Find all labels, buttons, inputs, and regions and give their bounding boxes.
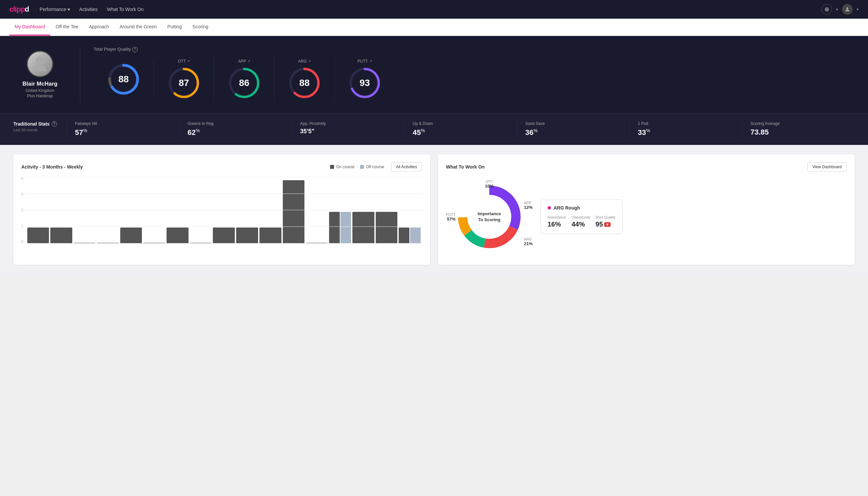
tab-around-the-green[interactable]: Around the Green bbox=[114, 19, 162, 36]
arg-shot-quality-label: Shot Quality bbox=[596, 215, 616, 219]
stats-items: Fairways Hit 57% Greens In Reg 62% App. … bbox=[67, 121, 855, 137]
all-activities-button[interactable]: All Activities bbox=[391, 162, 422, 172]
svg-point-1 bbox=[36, 57, 44, 65]
bar-group-5 bbox=[143, 243, 165, 244]
donut-center-text: ImportanceTo Scoring bbox=[478, 211, 501, 223]
legend-offcourse: Off course bbox=[360, 165, 384, 169]
stat-gir-value: 62% bbox=[188, 128, 292, 137]
bar-oncourse-8 bbox=[213, 228, 235, 244]
y-label-3: 3 bbox=[21, 192, 23, 196]
circle-arg: 88 bbox=[288, 66, 321, 99]
bar-group-10 bbox=[259, 228, 282, 244]
stat-updown: Up & Down 45% bbox=[404, 121, 517, 137]
chart-bars-area bbox=[26, 177, 422, 244]
y-label-2: 2 bbox=[21, 208, 23, 212]
bar-oncourse-7 bbox=[190, 243, 212, 244]
app-label: APP ↗ bbox=[238, 59, 250, 64]
chart-x-labels: 7 Feb 28 Mar 9 May bbox=[21, 246, 422, 251]
nav-activities[interactable]: Activities bbox=[79, 7, 98, 12]
bar-oncourse-13 bbox=[329, 212, 340, 244]
hero-section: Blair McHarg United Kingdom Plus Handica… bbox=[0, 36, 868, 113]
bars-container bbox=[26, 177, 422, 244]
tab-off-the-tee[interactable]: Off the Tee bbox=[50, 19, 84, 36]
circle-app: 86 bbox=[227, 66, 261, 99]
add-button[interactable]: ⊕ bbox=[821, 4, 832, 15]
bar-offcourse-16 bbox=[410, 228, 421, 244]
bar-oncourse-12 bbox=[306, 243, 328, 244]
stats-subtitle: Last 20 rounds bbox=[13, 128, 67, 132]
tab-scoring[interactable]: Scoring bbox=[187, 19, 214, 36]
stats-row: Traditional Stats ? Last 20 rounds Fairw… bbox=[0, 113, 868, 145]
tab-bar: My Dashboard Off the Tee Approach Around… bbox=[0, 19, 868, 36]
avatar bbox=[27, 51, 53, 77]
donut-label-arg: ARG 21% bbox=[524, 237, 533, 246]
bar-oncourse-2 bbox=[74, 243, 96, 244]
tab-my-dashboard[interactable]: My Dashboard bbox=[9, 19, 50, 36]
tab-approach[interactable]: Approach bbox=[84, 19, 114, 36]
score-arg: ARG ↗ 88 bbox=[274, 56, 335, 102]
putt-label: PUTT ↗ bbox=[358, 59, 372, 64]
stat-fairways-name: Fairways Hit bbox=[75, 121, 179, 126]
bar-oncourse-6 bbox=[167, 228, 189, 244]
stat-sandsave-value: 36% bbox=[525, 128, 630, 137]
legend-oncourse-dot bbox=[330, 165, 334, 169]
stat-proximity-value: 35'5" bbox=[300, 128, 404, 135]
stats-info-icon[interactable]: ? bbox=[52, 121, 57, 127]
donut-chart: ImportanceTo Scoring OTT 10% APP 12% ARG… bbox=[446, 177, 533, 257]
tab-putting[interactable]: Putting bbox=[162, 19, 187, 36]
bar-group-15 bbox=[376, 212, 398, 244]
donut-label-ott: OTT 10% bbox=[485, 180, 494, 188]
score-putt: PUTT ↗ 93 bbox=[335, 56, 395, 102]
shot-quality-down-badge: ▼ bbox=[604, 222, 611, 227]
bar-chart: 4 3 2 1 0 bbox=[21, 177, 422, 250]
svg-point-0 bbox=[846, 7, 848, 9]
activity-card-header: Activity - 3 Months - Weekly On course O… bbox=[21, 162, 422, 172]
stat-oneputt-value: 33% bbox=[638, 128, 742, 137]
bar-group-13 bbox=[329, 212, 351, 244]
work-on-card: What To Work On View Dashboard Impo bbox=[438, 154, 855, 265]
donut-label-putt: PUTT 57% bbox=[446, 212, 456, 221]
view-dashboard-button[interactable]: View Dashboard bbox=[807, 162, 847, 172]
bar-group-14 bbox=[352, 212, 374, 244]
arg-title-label: ARG Rough bbox=[554, 205, 580, 211]
score-arg-value: 88 bbox=[299, 78, 310, 88]
profile-card: Blair McHarg United Kingdom Plus Handica… bbox=[13, 51, 67, 98]
stat-fairways-hit: Fairways Hit 57% bbox=[67, 121, 179, 137]
bar-oncourse-9 bbox=[236, 228, 258, 244]
y-label-0: 0 bbox=[21, 240, 23, 244]
circle-overall: 88 bbox=[107, 63, 140, 96]
arg-opportunity-label: Opportunity bbox=[571, 215, 591, 219]
arg-importance-value: 16% bbox=[548, 220, 568, 228]
x-label-feb: 7 Feb bbox=[31, 246, 45, 251]
stat-oneputt: 1 Putt 33% bbox=[630, 121, 742, 137]
legend-offcourse-label: Off course bbox=[366, 165, 384, 169]
bar-group-1 bbox=[50, 228, 72, 244]
y-label-4: 4 bbox=[21, 177, 23, 181]
x-label-mar: 28 Mar bbox=[217, 246, 234, 251]
arg-label: ARG ↗ bbox=[298, 59, 311, 64]
bar-group-3 bbox=[97, 243, 119, 244]
arg-metric-opportunity: Opportunity 44% bbox=[571, 215, 591, 228]
bar-group-8 bbox=[213, 228, 235, 244]
bar-group-16 bbox=[399, 228, 421, 244]
nav-what-to-work-on[interactable]: What To Work On bbox=[107, 7, 144, 12]
score-circles: 88 OTT ↗ 87 APP bbox=[94, 56, 855, 102]
bar-group-4 bbox=[120, 228, 142, 244]
stats-label: Traditional Stats ? Last 20 rounds bbox=[13, 121, 67, 132]
bar-offcourse-13 bbox=[341, 212, 351, 244]
nav-plus-label: ▾ bbox=[836, 7, 838, 12]
ott-label: OTT ↗ bbox=[178, 59, 190, 64]
bar-group-6 bbox=[167, 228, 189, 244]
user-avatar[interactable] bbox=[842, 4, 853, 15]
bar-group-2 bbox=[74, 243, 96, 244]
scores-section: Total Player Quality ? 88 OTT ↗ bbox=[94, 47, 855, 102]
tpq-info-icon[interactable]: ? bbox=[132, 47, 138, 52]
stat-fairways-value: 57% bbox=[75, 128, 179, 137]
activity-legend: On course Off course bbox=[330, 165, 384, 169]
arg-title: ARG Rough bbox=[548, 205, 616, 211]
arg-metrics: Importance 16% Opportunity 44% Shot Qual… bbox=[548, 215, 616, 228]
divider bbox=[80, 47, 80, 102]
nav-performance[interactable]: Performance ▾ bbox=[40, 7, 70, 12]
profile-handicap: Plus Handicap bbox=[27, 94, 53, 98]
main-content: Activity - 3 Months - Weekly On course O… bbox=[0, 145, 868, 274]
